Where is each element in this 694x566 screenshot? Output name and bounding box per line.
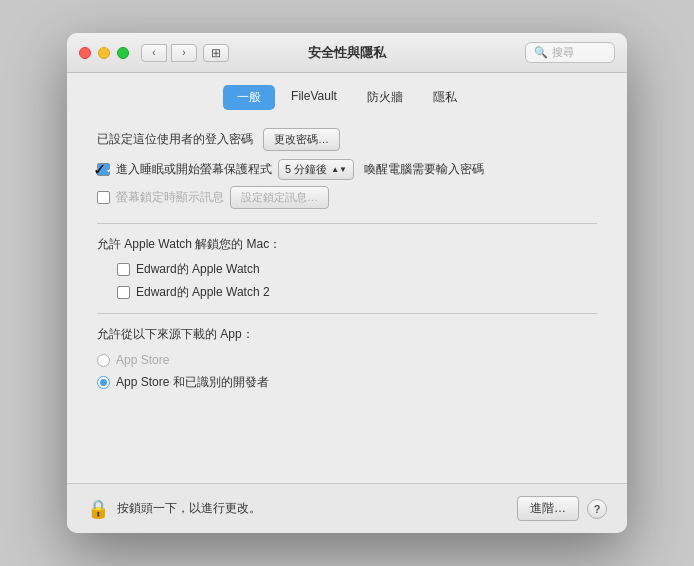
tab-general[interactable]: 一般 xyxy=(223,85,275,110)
bottom-bar: 🔒 按鎖頭一下，以進行更改。 進階… ? xyxy=(67,483,627,533)
tab-firewall[interactable]: 防火牆 xyxy=(353,85,417,110)
apple-watch-1-checkbox[interactable] xyxy=(117,263,130,276)
forward-button[interactable]: › xyxy=(171,44,197,62)
screensaver-label: 進入睡眠或開始螢幕保護程式 xyxy=(116,161,272,178)
divider-2 xyxy=(97,313,597,314)
password-label: 已設定這位使用者的登入密碼 xyxy=(97,131,253,148)
apple-watch-2-checkbox[interactable] xyxy=(117,286,130,299)
radio-app-store-label: App Store xyxy=(116,353,169,367)
screen-lock-row: 螢幕鎖定時顯示訊息 設定鎖定訊息… xyxy=(97,186,597,209)
checkmark-icon: ✓ xyxy=(93,160,106,179)
advanced-button[interactable]: 進階… xyxy=(517,496,579,521)
tabs-bar: 一般 FileVault 防火牆 隱私 xyxy=(67,73,627,118)
radio-app-store-row: App Store xyxy=(97,353,597,367)
window: ‹ › ⊞ 安全性與隱私 🔍 搜尋 一般 FileVault 防火牆 隱私 已設… xyxy=(67,33,627,533)
apple-watch-title: 允許 Apple Watch 解鎖您的 Mac： xyxy=(97,236,597,253)
back-icon: ‹ xyxy=(152,47,155,58)
search-icon: 🔍 xyxy=(534,46,548,59)
screensaver-row: ✓ 進入睡眠或開始螢幕保護程式 5 分鐘後 ▲▼ 喚醒電腦需要輸入密碼 xyxy=(97,159,597,180)
apple-watch-section: 允許 Apple Watch 解鎖您的 Mac： Edward的 Apple W… xyxy=(97,236,597,301)
tab-filevault[interactable]: FileVault xyxy=(277,85,351,110)
apple-watch-2-label: Edward的 Apple Watch 2 xyxy=(136,284,270,301)
apple-watch-2-row: Edward的 Apple Watch 2 xyxy=(117,284,597,301)
traffic-lights xyxy=(79,47,129,59)
download-section: 允許從以下來源下載的 App： App Store App Store 和已識別… xyxy=(97,326,597,391)
radio-app-store-dev[interactable] xyxy=(97,376,110,389)
titlebar: ‹ › ⊞ 安全性與隱私 🔍 搜尋 xyxy=(67,33,627,73)
search-placeholder: 搜尋 xyxy=(552,45,574,60)
password-row: 已設定這位使用者的登入密碼 更改密碼… xyxy=(97,128,597,151)
bottom-label: 按鎖頭一下，以進行更改。 xyxy=(117,500,517,517)
grid-button[interactable]: ⊞ xyxy=(203,44,229,62)
radio-app-store-dev-label: App Store 和已識別的開發者 xyxy=(116,374,269,391)
lock-icon: 🔒 xyxy=(87,498,109,520)
divider-1 xyxy=(97,223,597,224)
nav-buttons: ‹ › xyxy=(141,44,197,62)
screensaver-checkbox[interactable]: ✓ xyxy=(97,163,110,176)
grid-icon: ⊞ xyxy=(211,46,221,60)
time-dropdown[interactable]: 5 分鐘後 ▲▼ xyxy=(278,159,354,180)
apple-watch-1-label: Edward的 Apple Watch xyxy=(136,261,260,278)
apple-watch-checkboxes: Edward的 Apple Watch Edward的 Apple Watch … xyxy=(117,261,597,301)
screen-lock-label: 螢幕鎖定時顯示訊息 xyxy=(116,189,224,206)
tab-privacy[interactable]: 隱私 xyxy=(419,85,471,110)
search-box[interactable]: 🔍 搜尋 xyxy=(525,42,615,63)
minimize-button[interactable] xyxy=(98,47,110,59)
forward-icon: › xyxy=(182,47,185,58)
content-area: 已設定這位使用者的登入密碼 更改密碼… ✓ 進入睡眠或開始螢幕保護程式 5 分鐘… xyxy=(67,118,627,483)
back-button[interactable]: ‹ xyxy=(141,44,167,62)
download-section-title: 允許從以下來源下載的 App： xyxy=(97,326,597,343)
apple-watch-1-row: Edward的 Apple Watch xyxy=(117,261,597,278)
dropdown-value: 5 分鐘後 xyxy=(285,162,327,177)
password-section: 已設定這位使用者的登入密碼 更改密碼… ✓ 進入睡眠或開始螢幕保護程式 5 分鐘… xyxy=(97,128,597,209)
radio-app-store-dev-row: App Store 和已識別的開發者 xyxy=(97,374,597,391)
radio-app-store[interactable] xyxy=(97,354,110,367)
help-button[interactable]: ? xyxy=(587,499,607,519)
dropdown-arrow-icon: ▲▼ xyxy=(331,166,347,174)
wake-label: 喚醒電腦需要輸入密碼 xyxy=(364,161,484,178)
window-title: 安全性與隱私 xyxy=(308,44,386,62)
set-lock-button: 設定鎖定訊息… xyxy=(230,186,329,209)
change-password-button[interactable]: 更改密碼… xyxy=(263,128,340,151)
close-button[interactable] xyxy=(79,47,91,59)
maximize-button[interactable] xyxy=(117,47,129,59)
screen-lock-checkbox[interactable] xyxy=(97,191,110,204)
